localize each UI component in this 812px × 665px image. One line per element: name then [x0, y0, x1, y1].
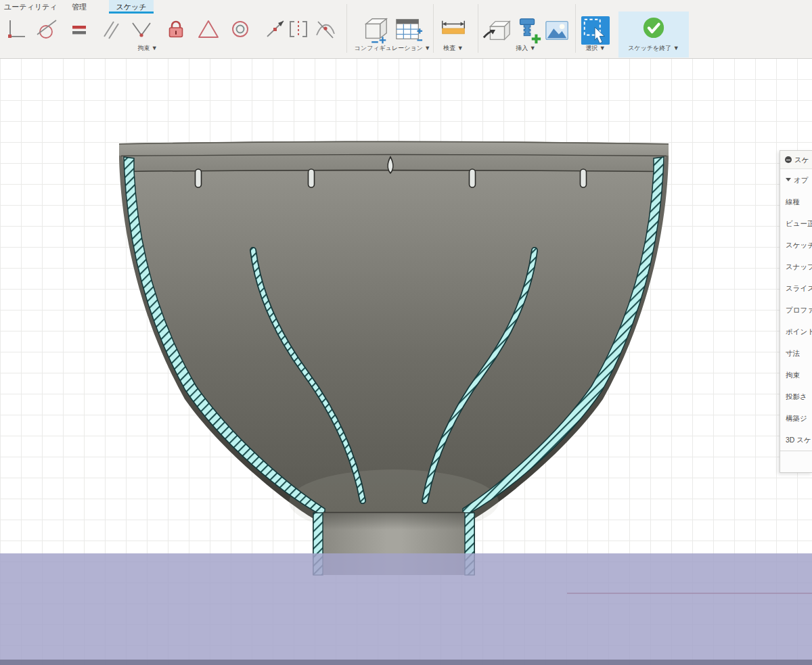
sketch-palette-panel: スケ オプ 線種 ビュー正 スケッチ スナップ スライス プロファ ポイント 寸…	[780, 150, 812, 473]
configuration-table-icon[interactable]	[394, 16, 424, 45]
panel-footer	[780, 451, 812, 476]
polygon-icon[interactable]	[197, 18, 220, 41]
insert-image-icon[interactable]	[544, 18, 570, 43]
sketch-palette-title: スケ	[794, 156, 809, 164]
panel-item-dimensions[interactable]: 寸法	[780, 342, 812, 364]
parallel-icon[interactable]	[99, 18, 122, 41]
concentric-icon[interactable]	[229, 18, 252, 41]
select-dropdown[interactable]: 選択 ▼	[574, 44, 617, 53]
configuration-dropdown[interactable]: コンフィギュレーション ▼	[349, 44, 436, 53]
finish-sketch-check-icon	[642, 16, 665, 39]
constraints-dropdown[interactable]: 拘束 ▼	[127, 44, 168, 53]
insert-dropdown[interactable]: 挿入 ▼	[504, 44, 547, 53]
tab-manage[interactable]: 管理	[68, 0, 91, 14]
sketch-palette-header[interactable]: スケ	[780, 151, 812, 169]
tangent-icon[interactable]	[35, 18, 58, 41]
finish-sketch-label: スケッチを終了 ▼	[618, 44, 689, 53]
curvature-icon[interactable]	[314, 18, 337, 41]
panel-item-3d-sketch[interactable]: 3D スケ	[780, 429, 812, 451]
insert-derive-icon[interactable]	[482, 16, 512, 45]
tab-sketch[interactable]: スケッチ	[109, 0, 154, 14]
configuration-cube-icon[interactable]	[360, 16, 390, 45]
video-subtitle-band	[0, 553, 812, 665]
panel-item-look-at[interactable]: ビュー正	[780, 212, 812, 234]
toolbar-separator	[346, 4, 347, 53]
toolbar-separator	[478, 4, 478, 53]
select-window-icon[interactable]	[581, 16, 610, 45]
chevron-down-icon	[786, 178, 791, 181]
sketch-toolbar: ユーティリティ 管理 スケッチ	[0, 0, 812, 59]
inspect-dropdown[interactable]: 検査 ▼	[432, 44, 475, 53]
panel-item-constraints[interactable]: 拘束	[780, 364, 812, 386]
symmetry-icon[interactable]	[287, 18, 310, 41]
collapse-icon	[785, 156, 792, 163]
panel-item-projected[interactable]: 投影さ	[780, 386, 812, 407]
perpendicular-icon[interactable]	[4, 18, 27, 41]
subtitle-bottom-strip	[0, 660, 812, 665]
panel-item-linetype[interactable]: 線種	[780, 191, 812, 212]
panel-item-snap[interactable]: スナップ	[780, 256, 812, 277]
panel-item-slice[interactable]: スライス	[780, 277, 812, 299]
panel-item-construction[interactable]: 構築ジ	[780, 407, 812, 429]
panel-item-options[interactable]: オプ	[780, 169, 812, 191]
point-on-object-icon[interactable]	[264, 18, 287, 41]
panel-item-sketch-grid[interactable]: スケッチ	[780, 234, 812, 256]
panel-item-profile[interactable]: プロファ	[780, 299, 812, 321]
finish-sketch-button[interactable]: スケッチを終了 ▼	[618, 12, 689, 58]
tab-utility[interactable]: ユーティリティ	[0, 0, 62, 14]
insert-fastener-icon[interactable]	[513, 16, 543, 45]
equal-icon[interactable]	[68, 18, 91, 41]
panel-item-points[interactable]: ポイント	[780, 321, 812, 342]
lock-icon[interactable]	[164, 18, 187, 41]
measure-icon[interactable]	[438, 16, 468, 45]
midpoint-icon[interactable]	[130, 18, 153, 41]
